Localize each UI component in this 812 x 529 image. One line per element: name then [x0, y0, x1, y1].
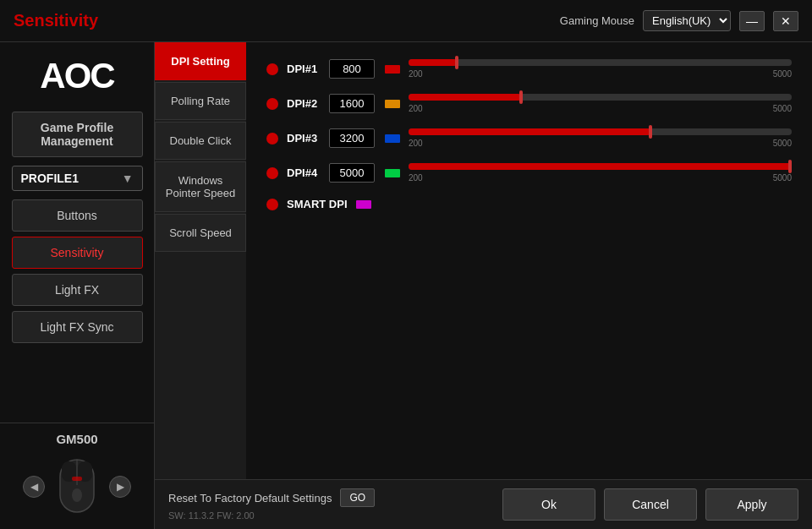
dpi1-value-input[interactable]: [329, 59, 375, 79]
dpi2-label: DPI#2: [287, 97, 321, 110]
dpi-row-2: DPI#2 200 5000: [266, 94, 792, 113]
sidebar-item-sensitivity[interactable]: Sensitivity: [12, 237, 143, 269]
title-bar: Sensitivity Gaming Mouse English(UK) — ✕: [0, 0, 812, 42]
dpi-row-1: DPI#1 200 5000: [266, 59, 792, 79]
footer: Reset To Factory Default Settings GO SW:…: [155, 479, 812, 529]
dpi2-slider-max: 5000: [773, 104, 792, 113]
close-button[interactable]: ✕: [773, 11, 798, 31]
dpi1-color-swatch[interactable]: [385, 65, 400, 74]
footer-buttons: Ok Cancel Apply: [502, 488, 798, 521]
aoc-logo-text: AOC: [40, 56, 113, 96]
submenu-polling-rate[interactable]: Polling Rate: [155, 82, 246, 120]
profile-name: PROFILE1: [21, 172, 79, 185]
page-title: Sensitivity: [14, 11, 560, 30]
dpi3-value-input[interactable]: [329, 128, 375, 148]
device-label: Gaming Mouse: [560, 14, 634, 27]
profile-management: Game Profile Management: [12, 112, 143, 157]
sidebar-item-buttons[interactable]: Buttons: [12, 199, 143, 232]
sidebar-item-lightfxsync[interactable]: Light FX Sync: [12, 311, 143, 343]
dpi3-indicator: [266, 133, 278, 145]
profile-dropdown[interactable]: PROFILE1 ▼: [12, 166, 143, 191]
main-layout: AOC Game Profile Management PROFILE1 ▼ B…: [0, 42, 812, 529]
sidebar-item-lightfx[interactable]: Light FX: [12, 274, 143, 306]
device-name: GM500: [8, 432, 145, 446]
aoc-logo: AOC: [22, 51, 132, 101]
reset-section: Reset To Factory Default Settings GO: [168, 488, 502, 507]
dpi3-label: DPI#3: [287, 132, 321, 145]
cancel-button[interactable]: Cancel: [604, 488, 697, 521]
mouse-icon: [52, 453, 102, 521]
next-device-button[interactable]: ▶: [109, 476, 131, 498]
svg-point-4: [72, 488, 82, 502]
dpi3-color-swatch[interactable]: [385, 134, 400, 143]
dpi4-label: DPI#4: [287, 166, 321, 179]
reset-label: Reset To Factory Default Settings: [168, 492, 332, 504]
content-layout: DPI Setting Polling Rate Double Click Wi…: [155, 42, 812, 479]
dpi4-slider[interactable]: 200 5000: [409, 163, 792, 183]
sidebar: AOC Game Profile Management PROFILE1 ▼ B…: [0, 42, 155, 529]
submenu-dpi-setting[interactable]: DPI Setting: [155, 42, 246, 80]
ok-button[interactable]: Ok: [502, 488, 595, 521]
smart-dpi-label: SMART DPI: [287, 198, 348, 210]
dpi-panel: DPI#1 200 5000: [246, 42, 812, 479]
submenu-windows-pointer-speed[interactable]: Windows Pointer Speed: [155, 161, 246, 212]
footer-left: Reset To Factory Default Settings GO SW:…: [168, 488, 502, 521]
content-wrapper: DPI Setting Polling Rate Double Click Wi…: [155, 42, 812, 529]
smart-dpi-color-swatch[interactable]: [356, 200, 371, 209]
dpi-row-4: DPI#4 200 5000: [266, 163, 792, 183]
dpi4-indicator: [266, 167, 278, 179]
smart-dpi-row: SMART DPI: [266, 198, 792, 210]
dpi3-slider[interactable]: 200 5000: [409, 128, 792, 148]
smart-dpi-indicator: [266, 199, 278, 210]
dpi2-value-input[interactable]: [329, 94, 375, 113]
dpi4-slider-max: 5000: [773, 173, 792, 183]
dpi4-color-swatch[interactable]: [385, 169, 400, 177]
dpi1-slider[interactable]: 200 5000: [409, 59, 792, 79]
dpi1-slider-min: 200: [409, 69, 423, 79]
svg-rect-5: [72, 477, 82, 481]
dpi3-slider-min: 200: [409, 139, 423, 148]
title-bar-right: Gaming Mouse English(UK) — ✕: [560, 10, 798, 31]
dpi2-color-swatch[interactable]: [385, 100, 400, 108]
sub-menu: DPI Setting Polling Rate Double Click Wi…: [155, 42, 246, 479]
dpi2-slider-min: 200: [409, 104, 423, 113]
go-button[interactable]: GO: [340, 488, 375, 507]
dpi3-slider-max: 5000: [773, 139, 792, 148]
sw-info: SW: 11.3.2 FW: 2.00: [168, 510, 502, 521]
dpi2-slider[interactable]: 200 5000: [409, 94, 792, 113]
minimize-button[interactable]: —: [739, 11, 765, 31]
dpi4-slider-min: 200: [409, 173, 423, 183]
device-nav: ◀ ▶: [8, 453, 145, 521]
submenu-double-click[interactable]: Double Click: [155, 122, 246, 160]
dpi1-slider-max: 5000: [773, 69, 792, 79]
dpi-row-3: DPI#3 200 5000: [266, 128, 792, 148]
apply-button[interactable]: Apply: [705, 488, 798, 521]
prev-device-button[interactable]: ◀: [23, 476, 45, 498]
language-select[interactable]: English(UK): [643, 10, 731, 31]
dpi4-value-input[interactable]: [329, 163, 375, 183]
submenu-scroll-speed[interactable]: Scroll Speed: [155, 214, 246, 252]
dpi2-indicator: [266, 98, 278, 110]
device-section: GM500 ◀ ▶: [0, 423, 154, 529]
chevron-down-icon: ▼: [122, 172, 134, 185]
dpi1-label: DPI#1: [287, 63, 321, 75]
dpi1-indicator: [266, 63, 278, 75]
